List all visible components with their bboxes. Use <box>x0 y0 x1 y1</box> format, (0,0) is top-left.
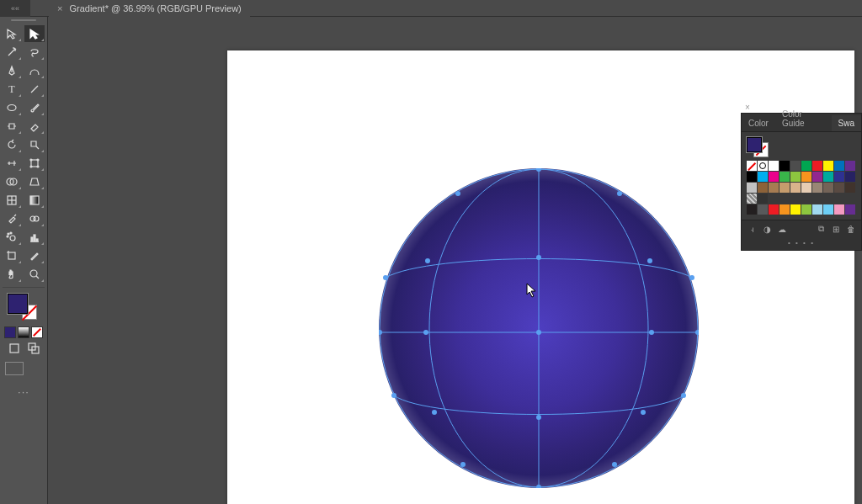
gradient-mesh-object[interactable] <box>379 168 699 488</box>
column-graph-tool[interactable] <box>24 229 45 246</box>
swatches-panel[interactable]: × ColorColor GuideSwa ⫞◑☁ ⧉⊞🗑 • • • • <box>741 113 862 251</box>
svg-point-26 <box>30 270 37 277</box>
swatch[interactable] <box>780 161 790 171</box>
eyedropper-tool[interactable] <box>2 210 22 227</box>
swatch[interactable] <box>834 161 844 171</box>
eraser-tool[interactable] <box>24 118 45 135</box>
swatch[interactable] <box>780 204 790 215</box>
swatch[interactable] <box>758 204 768 215</box>
panel-tab-swa[interactable]: Swa <box>832 115 861 131</box>
swatch[interactable] <box>747 183 757 193</box>
swatch[interactable] <box>758 183 768 193</box>
scale-tool[interactable] <box>24 136 45 153</box>
ellipse-tool[interactable] <box>2 99 22 116</box>
swatch[interactable] <box>845 183 855 193</box>
swatch[interactable] <box>747 172 757 182</box>
line-tool[interactable] <box>24 81 45 98</box>
swatch[interactable] <box>790 183 801 193</box>
hand-tool[interactable] <box>2 266 22 283</box>
swatch[interactable] <box>812 183 822 193</box>
swatch[interactable] <box>769 172 779 182</box>
swatch[interactable] <box>769 183 779 193</box>
zoom-tool[interactable] <box>24 266 45 283</box>
gradient-tool[interactable] <box>24 192 45 209</box>
swatch[interactable] <box>834 183 844 193</box>
footer-delete-icon[interactable]: 🗑 <box>846 224 856 234</box>
document-tab[interactable]: × Gradient* @ 36.99% (RGB/GPU Preview) <box>49 0 250 17</box>
swatch[interactable] <box>845 172 855 182</box>
swatch[interactable] <box>823 172 833 182</box>
mesh-tool[interactable] <box>2 192 22 209</box>
footer-new-group-icon[interactable]: ⧉ <box>816 224 826 234</box>
type-tool[interactable]: T <box>2 81 22 98</box>
draw-behind[interactable] <box>24 340 42 357</box>
footer-show-icon[interactable]: ◑ <box>762 224 772 234</box>
rotate-tool[interactable] <box>2 136 22 153</box>
color-mode-none[interactable] <box>31 326 43 338</box>
pen-tool[interactable] <box>2 62 22 79</box>
swatch[interactable] <box>769 161 779 171</box>
shaper-tool[interactable] <box>2 118 22 135</box>
panel-grip[interactable] <box>0 17 47 24</box>
fill-swatch[interactable] <box>8 294 28 314</box>
panel-close-icon[interactable]: × <box>745 103 750 112</box>
swatch[interactable] <box>812 172 822 182</box>
color-mode-gradient[interactable] <box>18 326 29 338</box>
screen-mode[interactable] <box>5 362 24 375</box>
swatch[interactable] <box>758 161 768 171</box>
canvas-workspace[interactable]: × ColorColor GuideSwa ⫞◑☁ ⧉⊞🗑 • • • • <box>48 17 862 504</box>
swatch[interactable] <box>823 183 833 193</box>
swatch[interactable] <box>747 194 757 204</box>
shape-builder-tool[interactable] <box>2 173 22 190</box>
swatch[interactable] <box>758 172 768 182</box>
edit-toolbar[interactable]: ··· <box>0 385 47 398</box>
perspective-tool[interactable] <box>24 173 45 190</box>
direct-selection-tool[interactable] <box>24 25 45 42</box>
color-mode-solid[interactable] <box>4 326 16 338</box>
draw-normal[interactable] <box>5 340 23 357</box>
fill-stroke-control[interactable] <box>0 290 47 324</box>
swatch[interactable] <box>801 204 811 215</box>
footer-format-icon[interactable]: ☁ <box>777 224 787 234</box>
swatch[interactable] <box>812 204 822 215</box>
footer-library-icon[interactable]: ⫞ <box>747 224 757 234</box>
swatch[interactable] <box>790 204 801 215</box>
curvature-tool[interactable] <box>24 62 45 79</box>
swatch[interactable] <box>790 161 801 171</box>
swatch[interactable] <box>747 161 757 171</box>
slice-tool[interactable] <box>24 247 45 264</box>
panel-collapse[interactable]: «« <box>0 0 30 17</box>
swatch[interactable] <box>801 172 811 182</box>
blend-tool[interactable] <box>24 210 45 227</box>
width-tool[interactable] <box>2 155 22 172</box>
paintbrush-tool[interactable] <box>24 99 45 116</box>
swatch[interactable] <box>747 204 757 215</box>
symbol-sprayer-tool[interactable] <box>2 229 22 246</box>
close-tab-icon[interactable]: × <box>57 3 62 13</box>
panel-resize-grip[interactable]: • • • • <box>742 237 861 250</box>
swatch[interactable] <box>801 183 811 193</box>
swatch[interactable] <box>845 161 855 171</box>
swatch[interactable] <box>801 161 811 171</box>
swatch[interactable] <box>780 172 790 182</box>
footer-new-icon[interactable]: ⊞ <box>831 224 841 234</box>
swatch[interactable] <box>769 204 779 215</box>
current-swatch[interactable] <box>747 137 769 157</box>
swatch[interactable] <box>758 194 768 204</box>
artboard-tool[interactable] <box>2 247 22 264</box>
swatch[interactable] <box>790 172 801 182</box>
swatch[interactable] <box>834 172 844 182</box>
swatch[interactable] <box>780 183 790 193</box>
free-transform-tool[interactable] <box>24 155 45 172</box>
current-fill[interactable] <box>747 137 762 152</box>
swatch[interactable] <box>845 204 855 215</box>
panel-tab-color-guide[interactable]: Color Guide <box>775 106 832 131</box>
panel-tab-color[interactable]: Color <box>742 115 775 131</box>
magic-wand-tool[interactable] <box>2 44 22 61</box>
swatch[interactable] <box>823 161 833 171</box>
swatch[interactable] <box>812 161 822 171</box>
swatch[interactable] <box>834 204 844 215</box>
lasso-tool[interactable] <box>24 44 45 61</box>
selection-tool[interactable] <box>2 25 22 42</box>
swatch[interactable] <box>823 204 833 215</box>
